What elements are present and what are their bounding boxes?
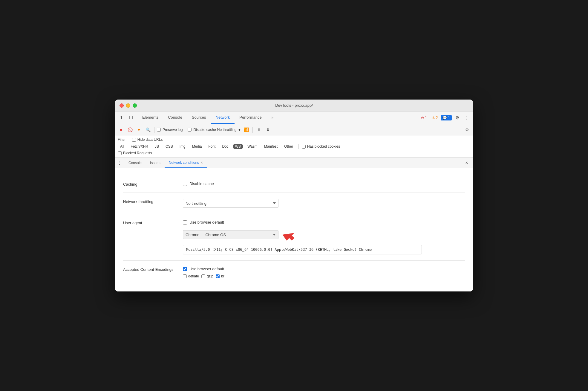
nc-throttle-select[interactable]: No throttling Fast 3G Slow 3G Offline Cu… (183, 199, 278, 208)
nc-throttling-label: Network throttling (123, 199, 183, 204)
red-arrow-svg (282, 227, 296, 242)
more-options-icon[interactable]: ⋮ (463, 114, 471, 122)
nc-ua-select[interactable]: Chrome — Chrome OS Chrome — Windows Chro… (183, 230, 278, 239)
enc-gzip-input[interactable] (201, 274, 205, 278)
filter-type-doc[interactable]: Doc (220, 144, 231, 149)
tab-sources[interactable]: Sources (187, 112, 211, 124)
nc-encodings-browser-default-input[interactable] (183, 267, 187, 271)
filter-icon[interactable]: ▼ (135, 126, 143, 134)
nc-throttling-control: No throttling Fast 3G Slow 3G Offline Cu… (183, 199, 465, 208)
nc-encodings-label: Accepted Content-Encodings (123, 267, 183, 272)
drawer-tab-issues[interactable]: Issues (146, 158, 165, 168)
nc-caching-label: Caching (123, 181, 183, 187)
toolbar-settings-icon[interactable]: ⚙ (463, 126, 471, 134)
blocked-requests-input[interactable] (118, 151, 122, 155)
preserve-log-checkbox[interactable]: Preserve log (157, 128, 183, 132)
separator-1 (154, 127, 154, 133)
tab-elements[interactable]: Elements (137, 112, 163, 124)
enc-br-checkbox[interactable]: br (216, 274, 224, 278)
enc-gzip-checkbox[interactable]: gzip (201, 274, 213, 278)
nc-disable-cache-input[interactable] (183, 182, 187, 186)
error-badge[interactable]: ⊗ 1 (419, 115, 429, 120)
drawer-menu-icon[interactable]: ⋮ (117, 160, 122, 166)
disable-cache-label: Disable cache (193, 128, 216, 132)
network-toolbar: ● 🚫 ▼ 🔍 Preserve log Disable cache No th… (115, 124, 473, 135)
filter-type-fetch[interactable]: Fetch/XHR (128, 144, 151, 149)
close-button[interactable] (120, 103, 124, 108)
nc-useragent-control: Use browser default Chrome — Chrome OS C… (183, 220, 465, 254)
inspect-icon[interactable]: ☐ (127, 114, 135, 122)
nc-encodings-browser-default-checkbox[interactable]: Use browser default (183, 267, 465, 271)
traffic-lights (120, 103, 137, 108)
main-tabbar: ⬆ ☐ Elements Console Sources Network Per… (115, 112, 473, 124)
enc-br-label: br (221, 274, 224, 278)
tab-more[interactable]: » (267, 112, 278, 124)
drawer-tab-console[interactable]: Console (124, 158, 146, 168)
tab-performance[interactable]: Performance (235, 112, 266, 124)
maximize-button[interactable] (133, 103, 137, 108)
filter-type-wasm[interactable]: Wasm (245, 144, 260, 149)
nc-throttle-select-container: No throttling Fast 3G Slow 3G Offline Cu… (183, 199, 278, 208)
chat-icon: 💬 (442, 116, 447, 120)
minimize-button[interactable] (126, 103, 130, 108)
hide-data-urls-checkbox[interactable]: Hide data URLs (132, 138, 163, 142)
filter-type-sep (298, 144, 299, 149)
tab-console[interactable]: Console (163, 112, 187, 124)
filter-type-manifest[interactable]: Manifest (262, 144, 280, 149)
hide-data-urls-input[interactable] (132, 138, 136, 142)
warning-count: 2 (436, 116, 438, 120)
filter-type-font[interactable]: Font (206, 144, 218, 149)
has-blocked-cookies-checkbox[interactable]: Has blocked cookies (302, 144, 340, 149)
nc-disable-cache-label: Disable cache (189, 181, 214, 186)
upload-icon[interactable]: ⬆ (255, 126, 263, 134)
preserve-log-input[interactable] (157, 128, 161, 132)
drawer-tab-close-icon[interactable]: × (201, 161, 203, 165)
enc-deflate-input[interactable] (183, 274, 187, 278)
nc-caching-row: Caching Disable cache (123, 175, 465, 193)
filter-sep (129, 137, 129, 142)
hide-data-urls-label: Hide data URLs (137, 138, 163, 142)
disable-cache-input[interactable] (188, 128, 192, 132)
has-blocked-cookies-input[interactable] (302, 145, 306, 149)
separator-3 (252, 127, 253, 133)
enc-deflate-label: deflate (188, 274, 199, 278)
filter-type-img[interactable]: Img (177, 144, 188, 149)
filter-label: Filter (118, 138, 126, 142)
disable-cache-checkbox[interactable]: Disable cache (188, 128, 216, 132)
tab-network[interactable]: Network (211, 112, 235, 124)
nc-use-browser-default-checkbox[interactable]: Use browser default (183, 220, 465, 224)
search-icon[interactable]: 🔍 (144, 126, 152, 134)
throttle-value: No throttling (217, 128, 237, 132)
filter-type-media[interactable]: Media (190, 144, 204, 149)
clear-button[interactable]: 🚫 (126, 126, 134, 134)
filter-type-all[interactable]: All (118, 144, 126, 149)
warn-icon: ⚠ (432, 116, 435, 120)
nc-content: Caching Disable cache Network throttling… (115, 168, 473, 291)
drawer-tab-network-conditions[interactable]: Network conditions × (165, 158, 207, 168)
cursor-icon[interactable]: ⬆ (117, 114, 125, 122)
nc-use-browser-default-label: Use browser default (189, 220, 224, 224)
filter-type-other[interactable]: Other (282, 144, 295, 149)
nc-use-browser-default-input[interactable] (183, 220, 187, 224)
svg-marker-0 (282, 228, 296, 242)
settings-icon[interactable]: ⚙ (453, 114, 461, 122)
enc-row: deflate gzip br (183, 274, 465, 278)
filter-type-js[interactable]: JS (152, 144, 161, 149)
bottom-panel: ⋮ Console Issues Network conditions × × … (115, 157, 473, 291)
wifi-icon[interactable]: 📶 (242, 126, 250, 134)
blocked-requests-checkbox[interactable]: Blocked Requests (118, 151, 152, 155)
record-button[interactable]: ● (117, 126, 125, 134)
filter-type-ws[interactable]: WS (233, 144, 243, 149)
enc-deflate-checkbox[interactable]: deflate (183, 274, 199, 278)
warning-badge[interactable]: ⚠ 2 (430, 115, 440, 120)
filter-type-css[interactable]: CSS (163, 144, 175, 149)
drawer-close-button[interactable]: × (463, 159, 471, 167)
enc-gzip-label: gzip (207, 274, 213, 278)
download-icon[interactable]: ⬇ (264, 126, 272, 134)
nc-disable-cache-checkbox[interactable]: Disable cache (183, 181, 465, 186)
throttle-select[interactable]: No throttling ▼ (217, 128, 241, 132)
nc-caching-control: Disable cache (183, 181, 465, 186)
info-badge[interactable]: 💬 1 (441, 115, 452, 120)
filter-types-row: All Fetch/XHR JS CSS Img Media Font Doc … (118, 144, 470, 149)
enc-br-input[interactable] (216, 274, 220, 278)
